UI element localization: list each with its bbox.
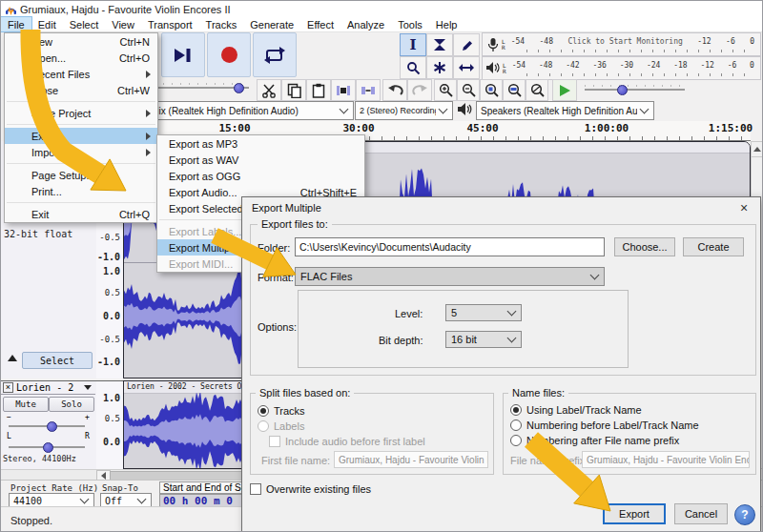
zoom-out-button[interactable]	[457, 79, 480, 101]
recording-meter[interactable]: LR -54 -48 Click to Start Monitoring -12…	[482, 32, 761, 56]
using-label-radio[interactable]	[510, 404, 522, 416]
using-label-radio-label[interactable]: Using Label/Track Name	[526, 404, 642, 416]
overwrite-checkbox[interactable]	[250, 483, 261, 495]
overwrite-checkbox-label[interactable]: Overwrite existing files	[266, 483, 371, 495]
playback-speed-thumb[interactable]	[617, 85, 628, 95]
menu-transport[interactable]: Transport	[141, 17, 199, 31]
tracks-radio-label[interactable]: Tracks	[274, 405, 305, 417]
paste-button[interactable]	[306, 79, 331, 101]
copy-button[interactable]	[281, 79, 306, 101]
file-name-prefix-input[interactable]: Grumiaux, Hajdu - Favourite Violin Enc	[582, 451, 750, 468]
numbering-after-radio[interactable]	[510, 435, 522, 446]
trim-audio-button[interactable]	[331, 79, 356, 101]
meter-tick-label: -12	[700, 61, 713, 70]
file-menu-item-page-setup[interactable]: Page Setup...	[5, 167, 157, 183]
monitoring-hint[interactable]: Click to Start Monitoring	[567, 37, 682, 46]
format-select[interactable]: FLAC Files	[295, 267, 605, 286]
tracks-radio[interactable]	[258, 405, 269, 417]
level-select[interactable]: 5	[445, 304, 522, 321]
export-button[interactable]: Export	[603, 503, 666, 524]
zoom-in-button[interactable]	[434, 79, 457, 101]
create-button[interactable]: Create	[683, 237, 744, 256]
menu-generate[interactable]: Generate	[243, 17, 300, 31]
draw-tool-button[interactable]	[453, 33, 480, 56]
file-menu-item-export[interactable]: Export	[5, 128, 157, 144]
export-menu-item-wav[interactable]: Export as WAV	[157, 152, 364, 168]
choose-button[interactable]: Choose...	[614, 237, 675, 256]
file-menu-item-save-project[interactable]: Save Project	[5, 105, 157, 121]
track-menu-icon[interactable]	[84, 385, 92, 390]
gain-thumb[interactable]	[47, 421, 57, 432]
file-menu-item-new[interactable]: NewCtrl+N	[5, 33, 157, 50]
close-icon[interactable]: ×	[3, 382, 13, 393]
timeline-label: 1:00:00	[585, 122, 629, 134]
selection-tool-button[interactable]: I	[400, 33, 426, 56]
meter-lr-label: LR	[502, 39, 505, 51]
track2-title-bar[interactable]: × Lorien - 2	[1, 381, 95, 395]
pan-thumb[interactable]	[43, 442, 53, 453]
recording-volume-thumb[interactable]	[234, 83, 244, 93]
fit-selection-button[interactable]	[480, 79, 503, 101]
numbering-before-radio[interactable]	[510, 419, 522, 431]
file-menu-item-close[interactable]: CloseCtrl+W	[5, 82, 157, 98]
mute-button[interactable]: Mute	[3, 397, 49, 412]
gain-max-label: +	[85, 413, 90, 421]
playback-device-select[interactable]: Speakers (Realtek High Definition Audio)	[476, 101, 654, 120]
zoom-toggle-button[interactable]	[526, 79, 548, 101]
skip-to-end-button[interactable]	[161, 32, 205, 77]
recording-channels-select[interactable]: 2 (Stereo) Recording Chann	[355, 101, 453, 120]
export-menu-item-mp3[interactable]: Export as MP3	[157, 135, 364, 152]
menu-effect[interactable]: Effect	[300, 17, 340, 31]
track2-control-panel: × Lorien - 2 Mute Solo − + L R Stereo, 4…	[1, 380, 97, 470]
cut-button[interactable]	[257, 79, 281, 101]
zoom-tool-button[interactable]	[400, 56, 426, 79]
scroll-up-button[interactable]	[752, 142, 763, 157]
menu-help[interactable]: Help	[429, 17, 464, 31]
menu-tracks[interactable]: Tracks	[199, 17, 244, 31]
collapse-triangle-icon[interactable]	[8, 355, 17, 361]
recording-volume-slider[interactable]	[146, 87, 249, 89]
menu-analyze[interactable]: Analyze	[340, 17, 391, 31]
multi-tool-button[interactable]	[426, 56, 453, 79]
file-menu-item-print[interactable]: Print...	[5, 183, 157, 199]
numbering-before-radio-label[interactable]: Numbering before Label/Track Name	[526, 419, 699, 431]
gain-slider[interactable]	[9, 425, 85, 427]
play-at-speed-button[interactable]	[552, 79, 577, 101]
timeshift-tool-button[interactable]	[453, 56, 480, 79]
menu-file[interactable]: File	[1, 17, 31, 31]
cancel-button[interactable]: Cancel	[674, 503, 728, 524]
menu-edit[interactable]: Edit	[31, 17, 63, 31]
numbering-after-radio-label[interactable]: Numbering after File name prefix	[526, 435, 679, 446]
menu-tools[interactable]: Tools	[391, 17, 429, 31]
help-button[interactable]: ?	[734, 504, 755, 525]
fit-project-button[interactable]	[503, 79, 526, 101]
playback-meter[interactable]: LR -54-48-42-36-30-24-18-12-60	[482, 56, 761, 80]
menu-select[interactable]: Select	[63, 17, 106, 31]
playback-speed-slider[interactable]	[585, 89, 685, 91]
file-menu-item-exit[interactable]: ExitCtrl+Q	[5, 206, 157, 222]
envelope-tool-button[interactable]	[426, 33, 453, 56]
track1-format-label: 32-bit float	[4, 229, 72, 239]
solo-button[interactable]: Solo	[49, 397, 94, 412]
undo-button[interactable]	[382, 79, 407, 101]
file-menu-item-recent-files[interactable]: Recent Files	[5, 66, 157, 82]
track1-select-button[interactable]: Select	[22, 352, 93, 369]
close-icon[interactable]: ×	[733, 199, 754, 216]
file-menu-item-import[interactable]: Import	[5, 144, 157, 160]
labels-radio[interactable]	[258, 420, 269, 432]
pan-slider[interactable]	[9, 446, 85, 448]
labels-radio-label: Labels	[274, 420, 304, 432]
redo-button[interactable]	[407, 79, 432, 101]
loop-button[interactable]	[253, 32, 297, 77]
export-menu-item-ogg[interactable]: Export as OGG	[157, 168, 364, 184]
bit-depth-select[interactable]: 16 bit	[445, 331, 522, 348]
folder-input[interactable]: C:\Users\Kevincy\Documents\Audacity	[295, 237, 605, 256]
silence-audio-button[interactable]	[356, 79, 381, 101]
record-button[interactable]	[207, 32, 251, 77]
snap-to-label: Snap-To	[102, 483, 138, 493]
file-menu-item-open[interactable]: Open...Ctrl+O	[5, 50, 157, 66]
track2-vertical-ruler[interactable]: 1.0 0.5 0.0	[96, 380, 124, 470]
first-file-name-input[interactable]: Grumiaux, Hajdu - Favourite Violin Enc	[334, 451, 488, 468]
menu-view[interactable]: View	[105, 17, 141, 31]
include-audio-checkbox[interactable]	[269, 436, 280, 447]
